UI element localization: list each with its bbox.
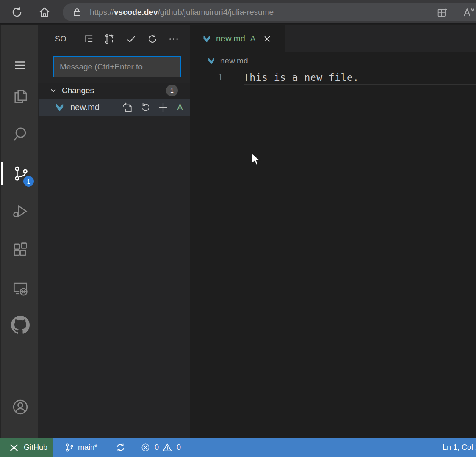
discard-changes-button[interactable] [139, 101, 152, 114]
cursor-position-item[interactable]: Ln 1, Col 2 [443, 438, 476, 457]
browser-split-screen-button[interactable] [434, 3, 450, 21]
error-count: 0 [155, 443, 159, 452]
commit-button[interactable] [124, 31, 139, 47]
markdown-file-icon [207, 56, 216, 66]
cursor-position: Ln 1, Col 2 [443, 443, 476, 452]
browser-toolbar: https://vscode.dev/github/juliamuiruri4/… [0, 0, 476, 24]
tab-git-status: A [250, 34, 255, 43]
vscode-workbench: 1 [0, 25, 476, 438]
home-icon [38, 6, 51, 19]
view-as-tree-button[interactable] [81, 31, 97, 47]
changes-label: Changes [62, 86, 94, 95]
git-status-badge: A [174, 102, 185, 112]
changes-count-badge: 1 [166, 85, 178, 96]
activity-bar: 1 [0, 25, 38, 438]
sidebar-item-github[interactable] [1, 313, 39, 337]
markdown-file-icon [54, 102, 65, 113]
browser-read-aloud-button[interactable] [461, 3, 476, 21]
problems-status-item[interactable]: 0 0 [141, 438, 181, 457]
more-actions-button[interactable] [166, 31, 181, 47]
url-path: /github/juliamuiruri4/julia-resume [158, 8, 274, 17]
tab-bar: new.md A [190, 25, 476, 52]
code-line: 1 This is a new file. [190, 70, 476, 85]
sidebar-item-search[interactable] [1, 123, 39, 146]
tab-label: new.md [216, 34, 245, 44]
sidebar-item-extensions[interactable] [1, 238, 39, 262]
close-icon[interactable] [261, 33, 273, 45]
changes-section-header[interactable]: Changes 1 [38, 83, 190, 99]
remote-explorer-icon [11, 278, 30, 297]
indent-guide [44, 99, 44, 116]
remote-icon [8, 442, 19, 453]
run-debug-icon [11, 203, 29, 220]
code-text: This is a new file. [244, 72, 359, 83]
discard-changes-icon [140, 102, 151, 113]
changed-file-name: new.md [70, 102, 100, 112]
browser-refresh-button[interactable] [8, 4, 25, 21]
branch-status-item[interactable]: main* [64, 438, 97, 457]
view-as-tree-icon [83, 33, 95, 45]
create-branch-button[interactable] [102, 31, 118, 47]
code-editor[interactable]: 1 This is a new file. [190, 70, 476, 438]
sidebar-item-remote-explorer[interactable] [1, 276, 39, 300]
lock-icon[interactable] [72, 7, 82, 18]
read-aloud-icon [462, 6, 475, 19]
warning-icon [162, 443, 172, 453]
source-control-panel: SO... [38, 25, 190, 438]
menu-icon [13, 58, 28, 73]
account-icon [11, 398, 30, 416]
url-scheme: https:// [90, 8, 114, 17]
extensions-icon [11, 241, 29, 259]
github-icon [11, 316, 30, 334]
open-file-icon [122, 102, 133, 113]
search-icon [11, 126, 29, 143]
chevron-down-icon [49, 86, 58, 95]
more-actions-icon [168, 33, 180, 45]
source-control-badge: 1 [23, 176, 34, 187]
sidebar-item-run-debug[interactable] [1, 200, 39, 223]
sync-icon [115, 442, 126, 453]
breadcrumb: new.md [190, 52, 476, 70]
browser-home-button[interactable] [36, 4, 53, 21]
remote-label: GitHub [24, 443, 47, 452]
url-host: vscode.dev [114, 8, 158, 17]
source-control-header: SO... [38, 25, 190, 52]
git-branch-icon [64, 443, 75, 453]
warning-count: 0 [177, 443, 181, 452]
plus-icon [157, 101, 169, 114]
explorer-icon [11, 88, 29, 105]
sync-status-item[interactable] [115, 438, 126, 457]
branch-name: main* [78, 443, 97, 452]
split-screen-icon [436, 6, 448, 18]
line-number: 1 [190, 72, 223, 83]
browser-address-bar[interactable]: https://vscode.dev/github/juliamuiruri4/… [63, 3, 476, 21]
current-line-highlight: This is a new file. [244, 70, 476, 85]
refresh-icon [11, 6, 23, 19]
browser-url[interactable]: https://vscode.dev/github/juliamuiruri4/… [90, 8, 274, 17]
remote-indicator[interactable]: GitHub [0, 438, 53, 457]
breadcrumb-file[interactable]: new.md [220, 56, 248, 66]
status-bar: GitHub main* [0, 438, 476, 457]
account-button[interactable] [1, 395, 39, 419]
refresh-button[interactable] [145, 31, 160, 47]
commit-message-input[interactable] [53, 56, 181, 77]
editor-group: new.md A new.md 1 This is a [190, 25, 476, 438]
error-icon [141, 443, 150, 452]
stage-changes-button[interactable] [157, 101, 169, 114]
create-branch-icon [104, 33, 116, 45]
markdown-file-icon [202, 34, 212, 44]
sidebar-item-explorer[interactable] [1, 85, 39, 108]
commit-check-icon [125, 33, 137, 45]
open-file-button[interactable] [121, 101, 134, 114]
changed-file-row[interactable]: new.md [39, 99, 190, 116]
refresh-icon [147, 33, 158, 45]
panel-title: SO... [55, 35, 74, 44]
tab-new-md[interactable]: new.md A [190, 25, 285, 52]
sidebar-item-source-control[interactable]: 1 [1, 162, 39, 185]
menu-button[interactable] [1, 53, 39, 77]
